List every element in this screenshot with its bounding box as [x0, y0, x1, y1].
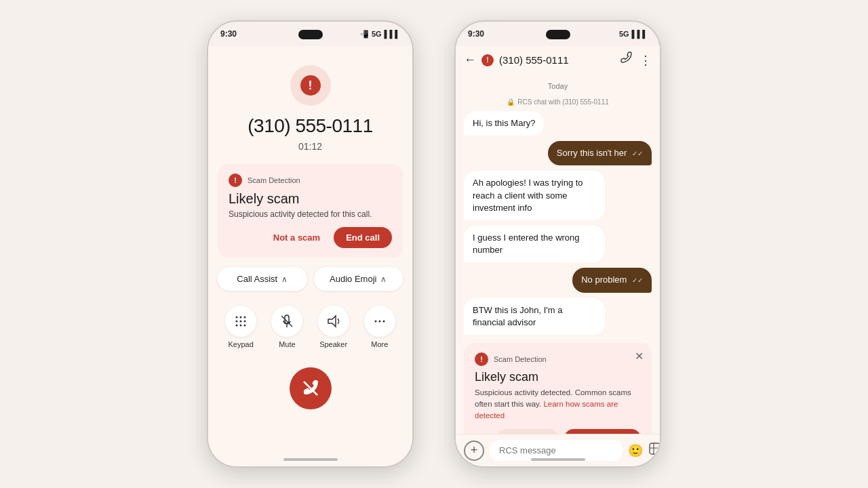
received-bubble-2: Ah apologies! I was trying to reach a cl… [464, 171, 605, 220]
more-button[interactable]: More [357, 300, 403, 354]
exclamation-icon: ! [300, 75, 321, 96]
topbar-warning-icon: ! [481, 54, 494, 66]
list-item: No problem ✓✓ [464, 268, 652, 292]
topbar-number: (310) 555-0111 [499, 54, 614, 66]
svg-point-3 [236, 321, 238, 323]
call-assist-label: Call Assist [237, 274, 277, 284]
svg-point-1 [240, 317, 242, 319]
chat-area: Today 🔒 RCS chat with (310) 555-0111 Hi,… [456, 74, 660, 434]
signal-icon-2: ▌▌▌ [632, 30, 648, 38]
svg-point-13 [378, 321, 380, 323]
input-icons: 🙂 [628, 442, 661, 459]
list-item: Hi, is this Mary? [464, 111, 652, 136]
scam-label: Scam Detection [248, 176, 300, 184]
speaker-label: Speaker [319, 340, 347, 348]
scam-msg-description: Suspicious activity detected. Common sca… [475, 387, 641, 422]
call-warning-icon: ! [290, 65, 331, 106]
check-mark-1: ✓✓ [632, 150, 643, 157]
speaker-button[interactable]: Speaker [311, 300, 357, 354]
phone-1: 9:30 📲 5G ▌▌▌ ! (310) 555-0111 01:12 ! S… [207, 20, 414, 468]
call-screen: ! (310) 555-0111 01:12 ! Scam Detection … [208, 46, 412, 466]
list-item: BTW this is John, I'm a financial adviso… [464, 298, 652, 335]
date-label: Today [464, 82, 652, 90]
scam-close-button[interactable]: ✕ [635, 350, 644, 363]
camera-pill-1 [298, 30, 323, 39]
svg-point-0 [236, 317, 238, 319]
topbar-actions: ⋮ [619, 52, 652, 68]
likely-scam-title: Likely scam [229, 191, 392, 207]
mute-button[interactable]: Mute [264, 300, 310, 354]
keypad-icon [225, 306, 256, 337]
scam-detection-card-call: ! Scam Detection Likely scam Suspicious … [218, 164, 403, 258]
lock-icon: 🔒 [507, 98, 515, 106]
network-label-2: 5G [619, 30, 629, 38]
received-bubble-4: BTW this is John, I'm a financial adviso… [464, 298, 605, 335]
mute-label: Mute [279, 340, 295, 348]
status-icons-1: 📲 5G ▌▌▌ [359, 30, 400, 39]
status-icons-2: 5G ▌▌▌ [619, 30, 648, 38]
phone-2: 9:30 5G ▌▌▌ ← ! (310) 555-0111 ⋮ Today [454, 20, 661, 468]
call-assist-chevron-icon: ∧ [281, 274, 288, 284]
svg-point-6 [236, 325, 238, 327]
svg-point-2 [244, 317, 246, 319]
svg-point-8 [244, 325, 246, 327]
scam-card-msg-header: ! Scam Detection [475, 352, 641, 366]
sent-bubble-2: No problem ✓✓ [572, 268, 652, 292]
status-time-1: 9:30 [220, 29, 237, 39]
audio-emoji-label: Audio Emoji [330, 274, 376, 284]
status-time-2: 9:30 [468, 29, 484, 39]
sent-bubble-1: Sorry this isn't her ✓✓ [548, 141, 652, 165]
scam-msg-actions: Not a scam Report & block [475, 429, 641, 434]
call-timer: 01:12 [298, 141, 322, 152]
keypad-button[interactable]: Keypad [218, 300, 264, 354]
message-input-bar: + 🙂 [456, 434, 660, 466]
scam-description: Suspicious activity detected for this ca… [229, 209, 392, 219]
home-bar-1 [283, 458, 338, 461]
list-item: Sorry this isn't her ✓✓ [464, 141, 652, 165]
home-bar-2 [531, 458, 585, 461]
svg-point-4 [240, 321, 242, 323]
message-screen: ← ! (310) 555-0111 ⋮ Today 🔒 RCS chat wi… [456, 46, 660, 466]
scam-msg-icon: ! [475, 352, 488, 366]
list-item: I guess I entered the wrong number [464, 226, 652, 262]
report-block-button[interactable]: Report & block [564, 429, 641, 434]
received-bubble-3: I guess I entered the wrong number [464, 226, 605, 262]
scam-actions: Not a scam End call [229, 227, 392, 248]
more-icon [364, 306, 395, 337]
emoji-button[interactable]: 🙂 [628, 443, 643, 458]
svg-point-7 [240, 325, 242, 327]
keypad-label: Keypad [228, 340, 253, 348]
network-label-1: 5G [372, 30, 382, 38]
check-mark-2: ✓✓ [632, 277, 643, 284]
scam-detection-icon: ! [229, 174, 242, 187]
audio-emoji-chevron-icon: ∧ [380, 274, 387, 284]
add-attachment-button[interactable]: + [464, 441, 484, 461]
caller-number: (310) 555-0111 [248, 115, 372, 137]
svg-point-12 [374, 321, 376, 323]
end-call-button[interactable]: End call [334, 227, 392, 248]
not-a-scam-msg-button[interactable]: Not a scam [496, 429, 559, 434]
speaker-icon [318, 306, 349, 337]
end-call-big-button[interactable] [290, 367, 332, 409]
topbar-more-icon[interactable]: ⋮ [639, 53, 652, 68]
scam-msg-label: Scam Detection [494, 355, 547, 363]
scam-msg-title: Likely scam [475, 370, 641, 384]
more-label: More [371, 340, 388, 348]
rcs-label: 🔒 RCS chat with (310) 555-0111 [464, 98, 652, 106]
not-a-scam-button[interactable]: Not a scam [267, 228, 327, 247]
scam-card-header: ! Scam Detection [229, 174, 392, 187]
mute-icon [271, 306, 302, 337]
signal-icon-1: ▌▌▌ [384, 30, 400, 38]
svg-point-5 [244, 321, 246, 323]
topbar-call-icon[interactable] [619, 52, 633, 68]
sticker-button[interactable] [648, 442, 661, 459]
back-button[interactable]: ← [464, 53, 476, 67]
call-controls-grid: Keypad Mute [218, 300, 403, 354]
received-bubble-1: Hi, is this Mary? [464, 111, 544, 136]
svg-point-14 [382, 321, 384, 323]
audio-emoji-button[interactable]: Audio Emoji ∧ [314, 267, 403, 291]
list-item: Ah apologies! I was trying to reach a cl… [464, 171, 652, 220]
call-assist-button[interactable]: Call Assist ∧ [218, 267, 307, 291]
svg-rect-16 [650, 443, 660, 454]
svg-marker-11 [328, 316, 336, 327]
